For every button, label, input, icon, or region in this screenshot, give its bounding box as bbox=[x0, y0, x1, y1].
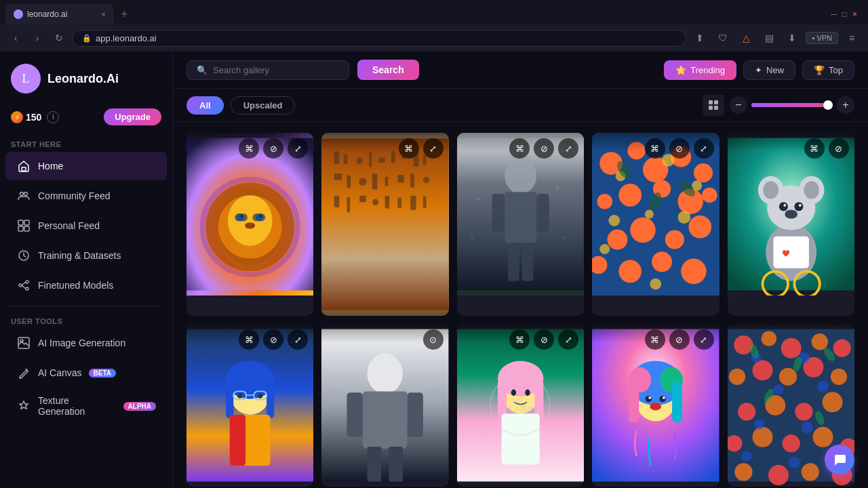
svg-point-84 bbox=[689, 216, 712, 239]
search-icon: 🔍 bbox=[197, 65, 208, 75]
edit-btn-4[interactable]: ⊘ bbox=[669, 138, 690, 159]
sidebar-item-home[interactable]: Home bbox=[5, 152, 167, 180]
home-icon bbox=[16, 159, 31, 174]
remix-btn-9[interactable]: ⌘ bbox=[645, 329, 665, 350]
tab-close-btn[interactable]: × bbox=[102, 10, 106, 18]
svg-point-75 bbox=[694, 163, 713, 182]
all-filter-btn[interactable]: All bbox=[186, 96, 224, 115]
shield-btn[interactable]: 🛡 bbox=[713, 28, 732, 47]
edit-btn-3[interactable]: ⊘ bbox=[534, 138, 554, 159]
edit-btn-5[interactable]: ⊘ bbox=[829, 138, 849, 159]
browser-nav: ‹ › ↻ 🔒 app.leonardo.ai ⬆ 🛡 △ ▤ ⬇ • VPN … bbox=[0, 24, 868, 52]
svg-point-45 bbox=[359, 178, 367, 186]
remix-btn-4[interactable]: ⌘ bbox=[645, 138, 665, 159]
svg-rect-146 bbox=[501, 413, 539, 464]
gallery-item-1[interactable]: ⌘ ⊘ ⤢ bbox=[186, 133, 313, 316]
search-input[interactable] bbox=[213, 65, 339, 75]
svg-rect-31 bbox=[235, 214, 248, 221]
info-icon[interactable]: i bbox=[47, 111, 59, 123]
svg-rect-20 bbox=[714, 106, 718, 110]
svg-point-185 bbox=[773, 384, 783, 394]
gallery-item-7[interactable]: ⊙ bbox=[321, 324, 448, 487]
share-btn[interactable]: ⬆ bbox=[690, 28, 709, 47]
expand-btn-2[interactable]: ⤢ bbox=[423, 138, 443, 159]
gallery-item-6[interactable]: ⌘ ⊘ ⤢ bbox=[186, 324, 313, 487]
sidebar-item-personal[interactable]: Personal Feed bbox=[5, 211, 167, 240]
tab-favicon bbox=[14, 9, 23, 19]
edit-btn-7[interactable]: ⊙ bbox=[423, 329, 443, 350]
expand-btn-1[interactable]: ⤢ bbox=[288, 138, 308, 159]
sidebar-item-training[interactable]: Training & Datasets bbox=[5, 241, 167, 270]
grid-view-btn[interactable] bbox=[703, 94, 724, 116]
gallery-item-3[interactable]: ✦ ✦ ⊕ ⊕ ⌘ ⊘ ⤢ bbox=[457, 133, 584, 316]
svg-point-108 bbox=[794, 202, 803, 211]
remix-btn-5[interactable]: ⌘ bbox=[804, 138, 825, 159]
gallery-item-9[interactable]: ⌘ ⊘ ⤢ bbox=[592, 324, 719, 487]
item-overlay-3: ⌘ ⊘ ⤢ bbox=[457, 133, 584, 164]
edit-btn-6[interactable]: ⊘ bbox=[263, 329, 283, 350]
sidebar-item-ai-canvas[interactable]: AI Canvas BETA bbox=[5, 359, 167, 387]
sidebar-item-texture[interactable]: Texture Generation ALPHA bbox=[5, 388, 167, 424]
chat-bubble[interactable] bbox=[825, 445, 854, 474]
download-btn[interactable]: ⬇ bbox=[783, 28, 802, 47]
svg-rect-6 bbox=[24, 220, 29, 225]
refresh-btn[interactable]: ↻ bbox=[50, 29, 68, 47]
svg-rect-43 bbox=[334, 174, 342, 180]
expand-btn-3[interactable]: ⤢ bbox=[558, 138, 578, 159]
remix-btn-8[interactable]: ⌘ bbox=[509, 329, 530, 350]
brand-btn[interactable]: △ bbox=[736, 28, 755, 47]
zoom-in-btn[interactable]: + bbox=[837, 96, 854, 114]
close-btn[interactable]: × bbox=[852, 9, 857, 19]
expand-btn-8[interactable]: ⤢ bbox=[558, 329, 578, 350]
community-icon bbox=[16, 188, 31, 203]
reader-btn[interactable]: ▤ bbox=[760, 28, 778, 47]
maximize-btn[interactable]: □ bbox=[842, 9, 847, 19]
svg-rect-8 bbox=[24, 226, 29, 231]
gallery-item-4[interactable]: ⌘ ⊘ ⤢ bbox=[592, 133, 719, 316]
svg-rect-46 bbox=[372, 174, 377, 189]
item-overlay-7: ⊙ bbox=[321, 324, 448, 355]
gallery-item-5[interactable]: ❤️ ⌘ ⊘ bbox=[728, 133, 854, 316]
back-btn[interactable]: ‹ bbox=[7, 29, 24, 47]
ai-canvas-icon bbox=[16, 365, 31, 380]
upgrade-button[interactable]: Upgrade bbox=[104, 108, 161, 125]
edit-btn-9[interactable]: ⊘ bbox=[669, 329, 690, 350]
svg-point-96 bbox=[650, 279, 661, 290]
edit-btn-1[interactable]: ⊘ bbox=[263, 138, 283, 159]
trending-button[interactable]: ⭐ Trending bbox=[664, 60, 736, 80]
menu-btn[interactable]: ≡ bbox=[842, 28, 861, 47]
address-bar[interactable]: 🔒 app.leonardo.ai bbox=[72, 30, 686, 47]
gallery-item-8[interactable]: RRCG 人人素材 ⌘ ⊘ ⤢ bbox=[457, 324, 584, 487]
svg-text:✦: ✦ bbox=[476, 197, 480, 203]
slider-track[interactable] bbox=[751, 103, 833, 107]
new-button[interactable]: ✦ New bbox=[743, 60, 795, 80]
browser-tabs: leonardo.ai × + ─ □ × bbox=[0, 0, 868, 24]
gallery-scroll[interactable]: ⌘ ⊘ ⤢ bbox=[173, 122, 868, 488]
sidebar-item-finetuned[interactable]: Finetuned Models bbox=[5, 271, 167, 300]
upscaled-filter-btn[interactable]: Upscaled bbox=[231, 96, 296, 115]
remix-btn-1[interactable]: ⌘ bbox=[239, 138, 259, 159]
expand-btn-6[interactable]: ⤢ bbox=[288, 329, 308, 350]
svg-rect-2 bbox=[22, 167, 26, 171]
gallery-item-2[interactable]: ⌘ ⤢ bbox=[321, 133, 448, 316]
sidebar-item-label-training: Training & Datasets bbox=[38, 250, 121, 261]
remix-btn-2[interactable]: ⌘ bbox=[399, 138, 419, 159]
svg-point-181 bbox=[801, 463, 818, 481]
new-tab-btn[interactable]: + bbox=[114, 5, 135, 24]
svg-point-156 bbox=[649, 396, 652, 399]
sidebar-item-ai-image[interactable]: AI Image Generation bbox=[5, 329, 167, 357]
remix-btn-6[interactable]: ⌘ bbox=[239, 329, 259, 350]
expand-btn-4[interactable]: ⤢ bbox=[694, 138, 714, 159]
zoom-out-btn[interactable]: − bbox=[730, 96, 747, 114]
expand-btn-9[interactable]: ⤢ bbox=[694, 329, 714, 350]
search-button[interactable]: Search bbox=[357, 60, 419, 80]
svg-rect-153 bbox=[672, 381, 682, 422]
top-button[interactable]: 🏆 Top bbox=[802, 60, 854, 80]
svg-rect-119 bbox=[226, 380, 233, 418]
remix-btn-3[interactable]: ⌘ bbox=[509, 138, 530, 159]
minimize-btn[interactable]: ─ bbox=[831, 9, 837, 19]
forward-btn[interactable]: › bbox=[28, 29, 46, 47]
sidebar-item-community[interactable]: Community Feed bbox=[5, 182, 167, 210]
edit-btn-8[interactable]: ⊘ bbox=[534, 329, 554, 350]
active-tab[interactable]: leonardo.ai × bbox=[5, 4, 114, 24]
